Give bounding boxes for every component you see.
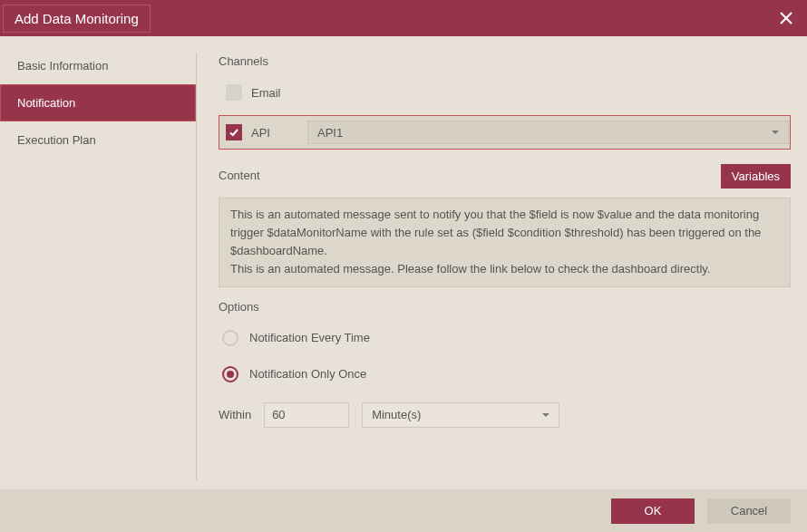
sidebar-item-execution-plan[interactable]: Execution Plan <box>0 121 196 159</box>
options-heading: Options <box>219 300 791 314</box>
sidebar-item-label: Execution Plan <box>17 133 96 147</box>
channel-row-email: Email <box>219 79 791 106</box>
option-only-once-row[interactable]: Notification Only Once <box>219 361 791 388</box>
cancel-button[interactable]: Cancel <box>707 498 791 524</box>
within-row: Within Minute(s) <box>219 402 791 428</box>
dialog-body: Basic Information Notification Execution… <box>0 36 807 489</box>
email-checkbox[interactable] <box>226 84 242 101</box>
dialog-add-data-monitoring: Add Data Monitoring Basic Information No… <box>0 0 807 532</box>
content-body[interactable]: This is an automated message sent to not… <box>219 198 791 287</box>
sidebar-item-notification[interactable]: Notification <box>0 84 196 121</box>
dialog-title: Add Data Monitoring <box>3 5 151 33</box>
option-every-time-label: Notification Every Time <box>249 331 370 344</box>
within-label: Within <box>219 408 251 421</box>
channel-row-api: API API1 <box>219 115 791 150</box>
within-input[interactable] <box>264 402 349 428</box>
channels-heading: Channels <box>219 54 791 68</box>
email-label: Email <box>251 86 295 100</box>
sidebar-item-label: Basic Information <box>17 59 108 73</box>
api-label: API <box>251 126 295 140</box>
content-section-header: Content Variables <box>219 164 791 189</box>
radio-only-once[interactable] <box>222 366 238 382</box>
ok-button[interactable]: OK <box>611 498 695 524</box>
close-icon <box>780 12 792 24</box>
content-heading: Content <box>219 169 260 182</box>
chevron-down-icon <box>772 131 779 134</box>
sidebar: Basic Information Notification Execution… <box>0 36 196 489</box>
close-button[interactable] <box>765 0 807 36</box>
content-pane: Channels Email API API1 Conten <box>197 36 807 489</box>
sidebar-item-basic-information[interactable]: Basic Information <box>0 47 196 84</box>
option-only-once-label: Notification Only Once <box>249 367 366 381</box>
radio-every-time[interactable] <box>222 330 238 346</box>
api-checkbox[interactable] <box>226 124 242 140</box>
titlebar: Add Data Monitoring <box>0 0 807 36</box>
check-icon <box>228 127 239 138</box>
dialog-footer: OK Cancel <box>0 489 807 532</box>
within-unit-select[interactable]: Minute(s) <box>362 402 559 428</box>
within-unit-value: Minute(s) <box>372 408 421 421</box>
chevron-down-icon <box>542 413 549 417</box>
option-every-time-row[interactable]: Notification Every Time <box>219 324 791 352</box>
sidebar-item-label: Notification <box>17 96 75 110</box>
variables-button[interactable]: Variables <box>721 164 791 189</box>
api-select-value: API1 <box>317 126 343 140</box>
api-select[interactable]: API1 <box>307 121 789 144</box>
